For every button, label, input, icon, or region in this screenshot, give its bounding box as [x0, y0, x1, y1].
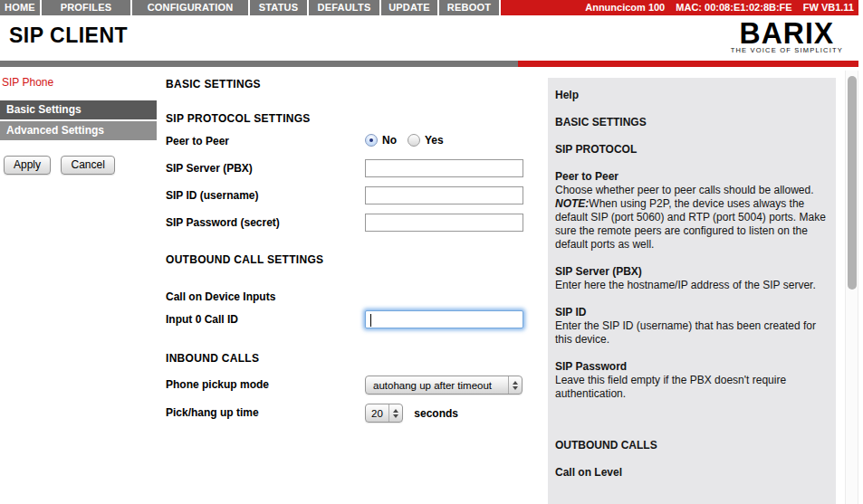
cancel-button[interactable]: Cancel — [61, 156, 114, 175]
call-on-device-inputs-row: Call on Device Inputs — [166, 288, 537, 303]
call-on-device-inputs-label: Call on Device Inputs — [166, 288, 365, 303]
peer-to-peer-radios: No Yes — [365, 132, 537, 148]
select-stepper-icon — [508, 376, 522, 394]
header: SIP CLIENT BARIX THE VOICE OF SIMPLICITY — [0, 15, 858, 61]
device-mac: MAC: 00:08:E1:02:8B:FE — [676, 2, 791, 13]
device-model: Annuncicom 100 — [585, 2, 665, 13]
top-nav: HOME PROFILES CONFIGURATION STATUS DEFAU… — [0, 0, 858, 15]
nav-update[interactable]: UPDATE — [381, 0, 439, 15]
nav-configuration[interactable]: CONFIGURATION — [132, 0, 250, 15]
help-title: Help — [555, 89, 827, 102]
device-info-bar: Annuncicom 100 MAC: 00:08:E1:02:8B:FE FW… — [501, 0, 858, 15]
section-inbound-calls: INBOUND CALLS — [166, 352, 537, 365]
help-password-body: Leave this field empty if the PBX doesn'… — [555, 374, 827, 401]
input0-call-id-label: Input 0 Call ID — [166, 310, 365, 326]
peer-to-peer-radio-yes-label: Yes — [425, 134, 444, 147]
pick-hang-time-select[interactable]: 20 — [365, 404, 403, 423]
divider-red-bar — [518, 61, 858, 67]
help-sip-protocol-heading: SIP PROTOCOL — [555, 143, 827, 157]
pick-hang-time-row: Pick/hang up time 20 seconds — [166, 404, 537, 423]
section-basic-settings: BASIC SETTINGS — [166, 78, 537, 90]
sidebar-menu: Basic Settings Advanced Settings — [0, 100, 157, 140]
section-sip-protocol-settings: SIP PROTOCOL SETTINGS — [166, 112, 537, 125]
barix-logo-text: BARIX — [731, 18, 843, 47]
sip-id-input[interactable] — [365, 186, 523, 204]
sidebar-buttons: Apply Cancel — [0, 156, 157, 175]
help-server-body: Enter here the hostname/IP address of th… — [555, 279, 827, 292]
sidebar-section-title: SIP Phone — [0, 76, 157, 89]
page-title: SIP CLIENT — [9, 24, 128, 48]
barix-logo: BARIX THE VOICE OF SIMPLICITY — [731, 19, 843, 54]
peer-to-peer-radio-no-label: No — [382, 134, 397, 147]
help-peer-heading: Peer to Peer — [555, 170, 827, 184]
phone-pickup-mode-select[interactable]: autohang up after timeout — [365, 376, 523, 395]
sip-password-input[interactable] — [365, 214, 523, 232]
sip-id-row: SIP ID (username) — [166, 186, 537, 204]
input0-call-id-row: Input 0 Call ID — [166, 310, 537, 328]
help-sipid-heading: SIP ID — [555, 306, 827, 319]
phone-pickup-mode-row: Phone pickup mode autohang up after time… — [166, 376, 537, 395]
sidebar-item-advanced-settings[interactable]: Advanced Settings — [0, 121, 157, 140]
main-form: BASIC SETTINGS SIP PROTOCOL SETTINGS Pee… — [166, 78, 537, 423]
sidebar-item-basic-settings[interactable]: Basic Settings — [0, 100, 157, 119]
help-server-heading: SIP Server (PBX) — [555, 265, 827, 279]
peer-to-peer-radio-no[interactable] — [365, 134, 378, 147]
select-stepper-icon — [388, 404, 402, 422]
help-outbound-heading: OUTBOUND CALLS — [555, 439, 827, 452]
help-note-label: NOTE: — [555, 197, 589, 210]
section-outbound-call-settings: OUTBOUND CALL SETTINGS — [166, 253, 537, 266]
sip-server-row: SIP Server (PBX) — [166, 159, 537, 177]
help-password-heading: SIP Password — [555, 360, 827, 374]
help-call-on-level-heading: Call on Level — [555, 466, 827, 480]
nav-profiles[interactable]: PROFILES — [42, 0, 132, 15]
help-peer-note: When using P2P, the device uses always t… — [555, 197, 826, 251]
peer-to-peer-radio-yes[interactable] — [408, 134, 420, 147]
help-peer-body: Choose whether peer to peer calls should… — [555, 184, 827, 252]
peer-to-peer-label: Peer to Peer — [166, 132, 365, 147]
pick-hang-time-value: 20 — [371, 408, 383, 419]
sip-password-row: SIP Password (secret) — [166, 214, 537, 232]
help-basic-settings-heading: BASIC SETTINGS — [555, 116, 827, 129]
phone-pickup-mode-value: autohang up after timeout — [373, 380, 492, 391]
page-scrollbar-track[interactable] — [845, 71, 858, 504]
sip-password-label: SIP Password (secret) — [166, 214, 365, 229]
nav-reboot[interactable]: REBOOT — [439, 0, 501, 15]
nav-defaults[interactable]: DEFAULTS — [309, 0, 381, 15]
nav-home[interactable]: HOME — [0, 0, 42, 15]
phone-pickup-mode-label: Phone pickup mode — [166, 376, 365, 391]
help-panel: Help BASIC SETTINGS SIP PROTOCOL Peer to… — [548, 78, 836, 504]
peer-to-peer-row: Peer to Peer No Yes — [166, 132, 537, 148]
page: HOME PROFILES CONFIGURATION STATUS DEFAU… — [0, 0, 863, 504]
pick-hang-time-suffix: seconds — [414, 407, 458, 420]
sip-id-label: SIP ID (username) — [166, 186, 365, 202]
divider-gray-bar — [0, 61, 518, 67]
sip-server-input[interactable] — [365, 159, 523, 177]
pick-hang-time-label: Pick/hang up time — [166, 404, 365, 419]
text-caret — [370, 314, 371, 327]
apply-button[interactable]: Apply — [4, 156, 51, 175]
device-firmware: FW VB1.11 — [803, 2, 854, 13]
page-scrollbar-thumb[interactable] — [848, 76, 857, 290]
nav-status[interactable]: STATUS — [250, 0, 309, 15]
sip-server-label: SIP Server (PBX) — [166, 159, 365, 175]
input0-call-id-input[interactable] — [365, 310, 523, 328]
sidebar: SIP Phone Basic Settings Advanced Settin… — [0, 76, 157, 175]
help-sipid-body: Enter the SIP ID (username) that has bee… — [555, 319, 827, 347]
